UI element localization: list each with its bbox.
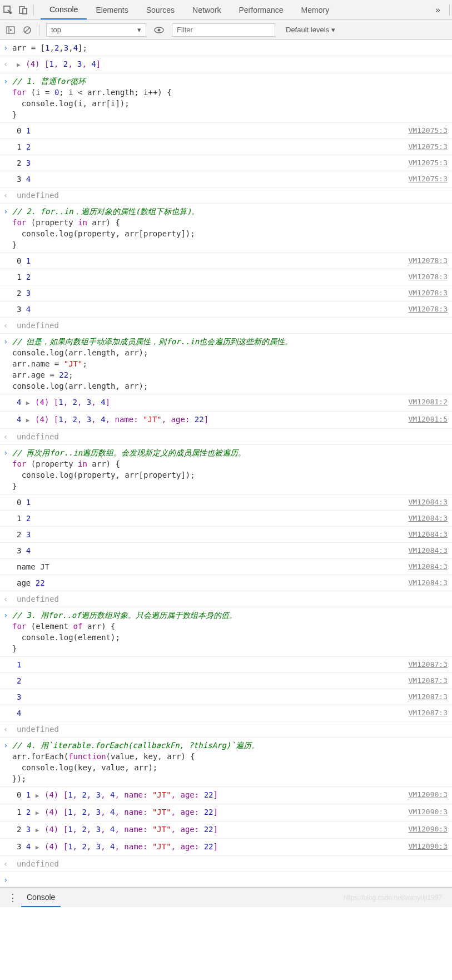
source-link[interactable]: VM12084:3: [409, 496, 448, 508]
console-row: 2 3 ▶ (4) [1, 2, 3, 4, name: "JT", age: …: [0, 821, 452, 839]
source-link[interactable]: VM12090:3: [409, 823, 448, 835]
filter-input[interactable]: [172, 23, 275, 37]
source-link[interactable]: VM12075:3: [409, 172, 448, 185]
log-marker: [3, 528, 12, 529]
console-content: 1 2 ▶ (4) [1, 2, 3, 4, name: "JT", age: …: [12, 805, 409, 820]
console-content: age 22: [12, 576, 409, 590]
tab-elements[interactable]: Elements: [87, 0, 137, 19]
tab-network[interactable]: Network: [183, 0, 230, 19]
tab-memory[interactable]: Memory: [292, 0, 339, 19]
tab-sources[interactable]: Sources: [137, 0, 183, 19]
source-link[interactable]: VM12087:3: [409, 706, 448, 719]
console-row: 2 3VM12075:3: [0, 155, 452, 171]
input-marker-icon: ›: [3, 75, 12, 87]
console-content: 4: [12, 706, 409, 720]
tab-console[interactable]: Console: [41, 0, 87, 19]
console-row: 3 4 ▶ (4) [1, 2, 3, 4, name: "JT", age: …: [0, 839, 452, 856]
inspect-element-icon[interactable]: [0, 2, 16, 18]
source-link[interactable]: VM12078:3: [409, 286, 448, 299]
console-content: // 4. 用`iterable.forEach(callbackFn, ?th…: [12, 739, 448, 785]
console-content: undefined: [12, 592, 448, 606]
console-row: 4 ▶ (4) [1, 2, 3, 4]VM12081:2: [0, 394, 452, 412]
context-value: top: [51, 26, 61, 34]
source-link[interactable]: VM12075:3: [409, 124, 448, 136]
console-row: ‹undefined: [0, 856, 452, 872]
output-marker-icon: ‹: [3, 722, 12, 735]
console-row: ‹▶ (4) [1, 2, 3, 4]: [0, 56, 452, 73]
console-content: 2 3: [12, 528, 409, 541]
source-link[interactable]: VM12084:3: [409, 560, 448, 572]
drawer-tab-console[interactable]: Console: [21, 888, 61, 907]
output-marker-icon: ‹: [3, 592, 12, 605]
source-link[interactable]: VM12084:3: [409, 528, 448, 540]
console-row: ›// 2. for..in，遍历对象的属性(数组下标也算)。 for (pro…: [0, 204, 452, 253]
source-link[interactable]: VM12081:5: [409, 413, 448, 425]
source-link[interactable]: VM12078:3: [409, 270, 448, 283]
source-link[interactable]: VM12078:3: [409, 303, 448, 315]
live-expression-icon[interactable]: [152, 23, 166, 37]
log-marker: [3, 674, 12, 675]
more-tabs-icon[interactable]: »: [429, 5, 447, 15]
input-marker-icon: ›: [3, 335, 12, 347]
log-marker: [3, 395, 12, 397]
log-marker: [3, 270, 12, 271]
console-content: 1 2: [12, 270, 409, 284]
source-link[interactable]: VM12087:3: [409, 690, 448, 702]
console-row: ›: [0, 872, 452, 887]
console-row: ›// 4. 用`iterable.forEach(callbackFn, ?t…: [0, 738, 452, 787]
console-content: 0 1: [12, 124, 409, 137]
console-row: 1 2VM12075:3: [0, 139, 452, 155]
log-marker: [3, 413, 12, 414]
drawer-menu-icon[interactable]: ⋮: [4, 892, 21, 904]
context-selector[interactable]: top ▾: [46, 23, 146, 37]
console-row: ›// 1. 普通for循环 for (i = 0; i < arr.lengt…: [0, 73, 452, 123]
log-marker: [3, 172, 12, 174]
log-marker: [3, 576, 12, 577]
device-mode-icon[interactable]: [16, 2, 31, 18]
source-link[interactable]: VM12090:3: [409, 788, 448, 800]
source-link[interactable]: VM12075:3: [409, 156, 448, 169]
console-row: ‹undefined: [0, 591, 452, 607]
source-link[interactable]: VM12087:3: [409, 674, 448, 686]
source-link[interactable]: VM12084:3: [409, 544, 448, 556]
source-link[interactable]: VM12078:3: [409, 254, 448, 266]
source-link[interactable]: VM12084:3: [409, 512, 448, 524]
clear-console-icon[interactable]: [20, 23, 34, 37]
console-content: 2 3: [12, 286, 409, 300]
console-row: 2 3VM12078:3: [0, 285, 452, 301]
log-marker: [3, 156, 12, 157]
console-row: ‹undefined: [0, 721, 452, 738]
console-content: 4 ▶ (4) [1, 2, 3, 4, name: "JT", age: 22…: [12, 413, 409, 427]
console-row: 3VM12087:3: [0, 689, 452, 705]
log-marker: [3, 140, 12, 141]
devtools-toolbar: ConsoleElementsSourcesNetworkPerformance…: [0, 0, 452, 20]
console-content: 4 ▶ (4) [1, 2, 3, 4]: [12, 395, 409, 410]
console-content: undefined: [12, 189, 448, 202]
console-content: 3: [12, 690, 409, 704]
console-row: ›// 但是，如果向数组手动添加成员属性，则for..in也会遍历到这些新的属性…: [0, 334, 452, 394]
toolbar-divider: [33, 4, 34, 16]
console-content: 1: [12, 658, 409, 671]
console-content[interactable]: [12, 873, 448, 875]
log-marker: [3, 805, 12, 806]
console-content: ▶ (4) [1, 2, 3, 4]: [12, 57, 448, 72]
show-sidebar-icon[interactable]: [3, 23, 18, 37]
console-row: 4 ▶ (4) [1, 2, 3, 4, name: "JT", age: 22…: [0, 412, 452, 429]
source-link[interactable]: VM12090:3: [409, 840, 448, 852]
log-marker: [3, 544, 12, 545]
output-marker-icon: ‹: [3, 319, 12, 331]
source-link[interactable]: VM12084:3: [409, 576, 448, 588]
source-link[interactable]: VM12075:3: [409, 140, 448, 152]
console-content: 0 1: [12, 496, 409, 509]
source-link[interactable]: VM12081:2: [409, 395, 448, 408]
console-row: name JTVM12084:3: [0, 559, 452, 575]
console-content: // 但是，如果向数组手动添加成员属性，则for..in也会遍历到这些新的属性。…: [12, 335, 448, 393]
source-link[interactable]: VM12087:3: [409, 658, 448, 670]
source-link[interactable]: VM12090:3: [409, 805, 448, 818]
log-levels-selector[interactable]: Default levels ▾: [281, 23, 340, 37]
console-row: 1 2VM12084:3: [0, 511, 452, 527]
watermark-text: https://blog.csdn.net/wanyuji1997: [344, 894, 448, 902]
console-content: // 3. 用for..of遍历数组对象。只会遍历属于数组本身的值。 for (…: [12, 608, 448, 655]
log-marker: [3, 496, 12, 497]
tab-performance[interactable]: Performance: [230, 0, 292, 19]
